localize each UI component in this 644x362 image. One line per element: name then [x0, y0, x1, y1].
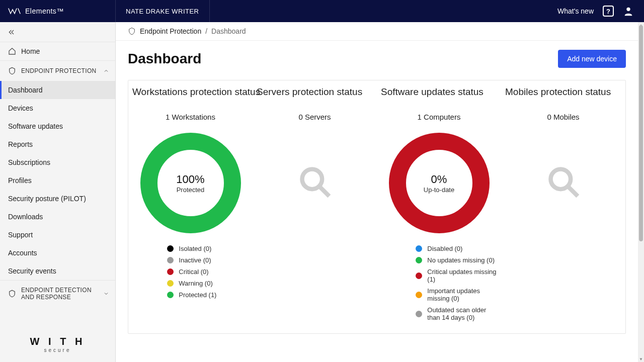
- donut-center: 0%Up-to-date: [389, 133, 490, 233]
- shield-icon: [8, 67, 16, 75]
- donut-percent: 0%: [431, 173, 447, 186]
- donut-chart: 100%Protected: [140, 133, 241, 233]
- legend-dot-icon: [167, 268, 174, 275]
- legend-dot-icon: [167, 245, 174, 252]
- legend-label: Critical updates missing (1): [427, 268, 497, 283]
- donut-wrap: [257, 130, 373, 236]
- status-card: Servers protection status0 Servers: [253, 80, 377, 323]
- sidebar-item-devices[interactable]: Devices: [0, 99, 115, 117]
- sidebar-item-security-events[interactable]: Security events: [0, 262, 115, 280]
- legend-row[interactable]: Warning (0): [167, 278, 249, 289]
- donut-label: Up-to-date: [424, 186, 454, 194]
- legend-label: Critical (0): [179, 268, 208, 276]
- sidebar-item-support[interactable]: Support: [0, 226, 115, 244]
- status-card: Workstations protection status1 Workstat…: [128, 80, 253, 323]
- legend-dot-icon: [416, 311, 422, 317]
- chevron-up-icon: [103, 68, 109, 74]
- svg-point-0: [626, 8, 630, 11]
- tenant-name[interactable]: NATE DRAKE WRITER: [116, 0, 210, 22]
- donut-wrap: 100%Protected: [132, 130, 249, 236]
- legend-row[interactable]: Important updates missing (0): [416, 285, 497, 304]
- svg-line-4: [568, 187, 578, 197]
- svg-point-1: [302, 169, 322, 190]
- legend: Isolated (0)Inactive (0)Critical (0)Warn…: [132, 243, 249, 301]
- card-subtitle: 1 Workstations: [132, 113, 249, 121]
- chevron-double-left-icon: [8, 28, 16, 36]
- status-panel: Workstations protection status1 Workstat…: [128, 80, 626, 334]
- svg-line-2: [319, 187, 329, 197]
- sidebar-item-profiles[interactable]: Profiles: [0, 171, 115, 190]
- sidebar-item-label: Subscriptions: [8, 158, 50, 166]
- sidebar-section-label: ENDPOINT PROTECTION: [21, 67, 97, 74]
- breadcrumb-root[interactable]: Endpoint Protection: [140, 27, 201, 35]
- card-subtitle: 0 Servers: [257, 113, 373, 121]
- scroll-thumb[interactable]: [639, 25, 643, 241]
- card-subtitle: 1 Computers: [381, 113, 497, 121]
- donut-chart: 0%Up-to-date: [389, 133, 490, 233]
- brand[interactable]: Elements™: [0, 0, 116, 22]
- legend-dot-icon: [167, 280, 174, 287]
- collapse-sidebar-button[interactable]: [0, 22, 115, 42]
- legend-row[interactable]: Disabled (0): [416, 243, 497, 254]
- main-content: Endpoint Protection / Dashboard Dashboar…: [116, 22, 638, 362]
- sidebar-item-label: Dashboard: [8, 86, 43, 94]
- legend-dot-icon: [416, 273, 422, 279]
- sidebar-item-software-updates[interactable]: Software updates: [0, 117, 115, 135]
- legend-dot-icon: [416, 292, 422, 298]
- legend-row[interactable]: Inactive (0): [167, 254, 249, 266]
- card-title: Mobiles protection status: [505, 86, 621, 98]
- sidebar-item-downloads[interactable]: Downloads: [0, 208, 115, 226]
- sidebar-item-label: Security events: [8, 267, 56, 275]
- donut-label: Protected: [177, 186, 205, 194]
- legend-label: Important updates missing (0): [427, 287, 497, 302]
- legend-row[interactable]: Protected (1): [167, 289, 249, 301]
- brand-logo-icon: [8, 7, 22, 16]
- whats-new-link[interactable]: What's new: [557, 7, 594, 15]
- breadcrumb-current: Dashboard: [211, 27, 246, 35]
- legend-label: Outdated scan older than 14 days (0): [427, 306, 497, 321]
- legend-row[interactable]: Outdated scan older than 14 days (0): [416, 304, 497, 323]
- sidebar-item-label: Downloads: [8, 213, 43, 221]
- search-icon: [298, 165, 332, 201]
- card-title: Servers protection status: [257, 86, 373, 98]
- legend-label: No updates missing (0): [427, 256, 495, 264]
- legend-dot-icon: [167, 257, 174, 263]
- user-icon[interactable]: [623, 6, 634, 17]
- legend-row[interactable]: Critical updates missing (1): [416, 266, 497, 285]
- scroll-down-arrow-icon[interactable]: ▼: [638, 356, 644, 362]
- legend-label: Inactive (0): [179, 256, 211, 264]
- help-icon[interactable]: ?: [603, 6, 614, 17]
- sidebar-section-edr[interactable]: ENDPOINT DETECTION AND RESPONSE: [0, 280, 115, 307]
- sidebar-item-label: Support: [8, 231, 33, 239]
- legend-dot-icon: [416, 245, 422, 252]
- legend-row[interactable]: No updates missing (0): [416, 254, 497, 266]
- sidebar-item-label: Security posture (PILOT): [8, 195, 86, 203]
- legend-dot-icon: [167, 292, 174, 298]
- shield-icon: [8, 290, 16, 298]
- legend-row[interactable]: Isolated (0): [167, 243, 249, 254]
- sidebar-item-home[interactable]: Home: [0, 42, 115, 60]
- legend-dot-icon: [416, 257, 422, 263]
- sidebar-item-accounts[interactable]: Accounts: [0, 244, 115, 262]
- donut-percent: 100%: [176, 173, 204, 186]
- home-icon: [8, 47, 16, 55]
- chevron-down-icon: [103, 291, 109, 297]
- sidebar-item-dashboard[interactable]: Dashboard: [0, 81, 115, 99]
- sidebar-item-reports[interactable]: Reports: [0, 135, 115, 153]
- brand-text: Elements™: [25, 7, 64, 15]
- card-title: Software updates status: [381, 86, 497, 98]
- svg-point-3: [550, 169, 571, 190]
- sidebar-item-subscriptions[interactable]: Subscriptions: [0, 153, 115, 171]
- legend-label: Protected (1): [179, 291, 216, 299]
- donut-wrap: [505, 130, 621, 236]
- vendor-logo-bottom: secure: [0, 347, 115, 353]
- add-device-button[interactable]: Add new device: [558, 50, 626, 68]
- sidebar-section-label: ENDPOINT DETECTION AND RESPONSE: [21, 287, 97, 301]
- sidebar-section-endpoint-protection[interactable]: ENDPOINT PROTECTION: [0, 60, 115, 81]
- sidebar-item-label: Accounts: [8, 249, 37, 257]
- legend-label: Isolated (0): [179, 245, 211, 252]
- sidebar-item-security-posture[interactable]: Security posture (PILOT): [0, 190, 115, 208]
- donut-wrap: 0%Up-to-date: [381, 130, 497, 236]
- vertical-scrollbar[interactable]: ▲ ▼: [638, 22, 644, 362]
- legend-row[interactable]: Critical (0): [167, 266, 249, 278]
